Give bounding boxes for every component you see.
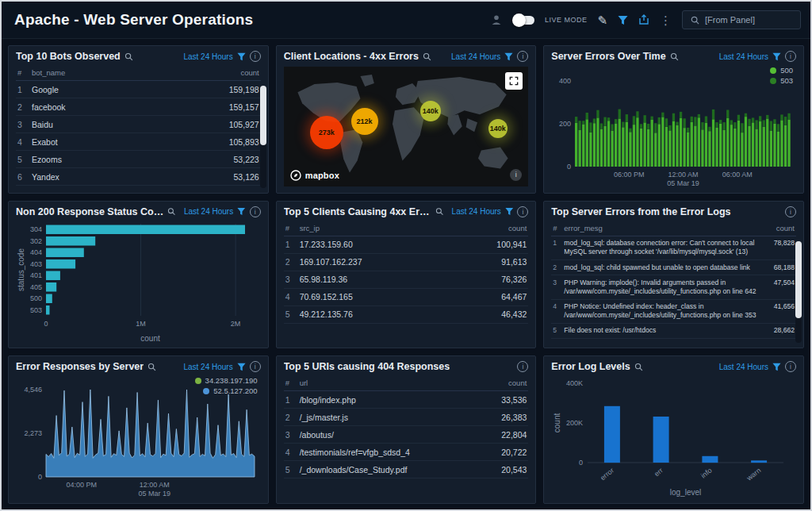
info-icon[interactable]: i — [250, 51, 261, 62]
column-header[interactable]: count — [758, 221, 796, 236]
filter-icon[interactable] — [772, 52, 781, 61]
column-header[interactable]: url — [298, 375, 481, 391]
table-row: 5File does not exist: /usr/htdocs28,662 — [551, 323, 796, 338]
svg-text:2,273: 2,273 — [24, 429, 42, 437]
time-range-link[interactable]: Last 24 Hours — [183, 363, 232, 371]
from-panel-box[interactable]: [From Panel] — [682, 10, 801, 29]
filter-icon[interactable] — [237, 52, 246, 61]
user-icon[interactable] — [491, 14, 502, 25]
table-row: 1mod_log_sql: database connection error:… — [551, 236, 796, 259]
edit-icon[interactable]: ✎ — [597, 14, 607, 26]
table-cell: 53,126 — [213, 168, 261, 186]
export-icon[interactable] — [638, 14, 649, 25]
magnifier-icon[interactable] — [670, 52, 679, 61]
column-header[interactable]: # — [284, 375, 298, 391]
table-cell: 28,662 — [758, 323, 796, 338]
column-header[interactable]: count — [481, 375, 528, 391]
info-icon[interactable]: i — [517, 51, 528, 62]
magnifier-icon[interactable] — [124, 52, 133, 61]
chart-server-errors[interactable]: 020040006:00 PM12:00 AM06:00 AM05 Mar 19… — [551, 65, 796, 189]
time-range-link[interactable]: Last 24 Hours — [451, 52, 500, 61]
table-cell: Baidu — [30, 116, 213, 133]
map-bubble[interactable]: 140k — [488, 119, 508, 138]
column-header[interactable]: src_ip — [298, 221, 478, 236]
table-cell: 2 — [284, 409, 298, 426]
magnifier-icon[interactable] — [147, 363, 156, 371]
column-header[interactable]: bot_name — [30, 65, 213, 81]
svg-text:403: 403 — [30, 259, 42, 267]
panel-header: Server Errors Over Time Last 24 Hours i — [544, 46, 803, 65]
table-header-row: #urlcount — [284, 375, 529, 391]
svg-text:12:00 AM: 12:00 AM — [668, 171, 699, 179]
magnifier-icon[interactable] — [167, 207, 176, 216]
info-icon[interactable]: i — [785, 51, 796, 62]
legend-item[interactable]: 503 — [770, 76, 793, 85]
column-header[interactable]: # — [16, 65, 30, 81]
info-icon[interactable]: i — [517, 206, 528, 217]
table-cell: 26,383 — [481, 409, 528, 426]
magnifier-icon[interactable] — [634, 363, 643, 371]
info-icon[interactable]: i — [785, 361, 796, 372]
table-cell: 5 — [16, 151, 30, 168]
legend-item[interactable]: 34.238.197.190 — [195, 376, 258, 385]
time-range-link[interactable]: Last 24 Hours — [452, 207, 501, 216]
svg-text:06:00 AM: 06:00 AM — [722, 171, 753, 179]
filter-icon[interactable] — [237, 207, 246, 216]
chart-non200[interactable]: 01M2M304302404403401405500503countstatus… — [16, 221, 261, 344]
map-bubble[interactable]: 212k — [351, 108, 378, 135]
chart-error-log-levels[interactable]: 0200K400Kerrorerrinfowarnlog_levelcount — [551, 375, 796, 499]
magnifier-icon[interactable] — [435, 207, 443, 216]
error-logs-table: #error_mesgcount1mod_log_sql: database c… — [551, 221, 796, 339]
column-header[interactable]: count — [477, 221, 528, 236]
legend-item[interactable]: 52.5.127.200 — [195, 386, 258, 395]
mapbox-logo[interactable]: mapbox — [290, 170, 339, 181]
from-panel-label: [From Panel] — [705, 15, 755, 25]
data-table: #urlcount1/blog/index.php33,5362/_js/mas… — [284, 375, 529, 478]
filter-icon[interactable] — [237, 363, 246, 371]
column-header[interactable]: # — [551, 221, 562, 236]
table-row: 2169.107.162.23791,613 — [284, 253, 529, 271]
scrollbar-thumb[interactable] — [260, 86, 266, 145]
table-cell: 105,927 — [213, 116, 261, 133]
table-header-row: #error_mesgcount — [551, 221, 796, 236]
time-range-link[interactable]: Last 24 Hours — [183, 52, 232, 61]
column-header[interactable]: error_mesg — [562, 221, 758, 236]
search-icon — [691, 16, 699, 25]
filter-icon[interactable] — [504, 52, 513, 61]
live-mode-toggle[interactable] — [514, 16, 534, 25]
legend-item[interactable]: 500 — [770, 66, 793, 75]
magnifier-icon[interactable] — [423, 52, 431, 61]
panel-header: Top 5 URIs causing 404 Responses i — [277, 356, 536, 375]
filter-icon[interactable] — [618, 15, 628, 25]
info-icon[interactable]: i — [250, 361, 261, 372]
svg-text:05 Mar 19: 05 Mar 19 — [668, 179, 700, 187]
map-bubble[interactable]: 273k — [310, 116, 343, 149]
legend-dot — [195, 378, 201, 384]
time-range-link[interactable]: Last 24 Hours — [719, 52, 768, 61]
panel-header: Error Log Levels Last 24 Hours i — [544, 356, 803, 375]
info-icon[interactable]: i — [785, 206, 796, 217]
scrollbar-thumb[interactable] — [795, 241, 802, 319]
info-icon[interactable]: i — [250, 206, 261, 217]
table-cell: 76,326 — [477, 271, 528, 288]
map-info-icon[interactable]: i — [510, 169, 522, 181]
panel-body: 02,2734,54604:00 PM12:00 AM05 Mar 1934.2… — [9, 375, 268, 503]
info-icon[interactable]: i — [517, 361, 528, 372]
chart-error-responses[interactable]: 02,2734,54604:00 PM12:00 AM05 Mar 1934.2… — [16, 375, 261, 499]
scrollbar[interactable] — [795, 241, 802, 344]
filter-icon[interactable] — [772, 363, 781, 371]
map-bubble[interactable]: 140k — [420, 101, 441, 121]
expand-icon[interactable] — [505, 72, 523, 90]
column-header[interactable]: # — [284, 221, 298, 236]
world-map[interactable]: mapbox i 273k212k140k140k — [284, 67, 529, 186]
table-header-row: #bot_namecount — [16, 65, 261, 81]
scrollbar[interactable] — [260, 86, 266, 188]
time-range-link[interactable]: Last 24 Hours — [184, 207, 233, 216]
time-range-link[interactable]: Last 24 Hours — [719, 363, 768, 371]
legend-dot — [203, 388, 209, 394]
svg-text:warn: warn — [745, 467, 762, 483]
column-header[interactable]: count — [213, 65, 261, 81]
kebab-menu-icon[interactable]: ⋮ — [660, 14, 672, 26]
filter-icon[interactable] — [505, 207, 513, 216]
svg-text:500: 500 — [30, 294, 42, 302]
